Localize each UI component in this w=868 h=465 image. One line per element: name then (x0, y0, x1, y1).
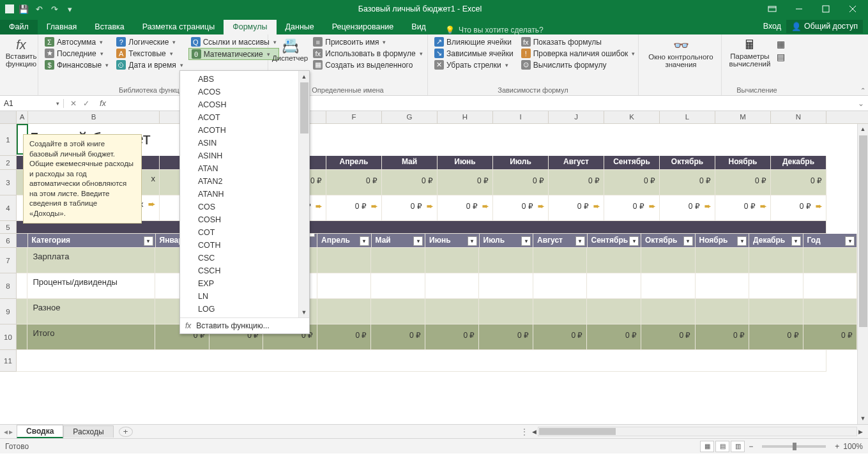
menu-item-cos[interactable]: COS (180, 201, 309, 213)
col-header[interactable]: J (549, 111, 604, 123)
undo-icon[interactable]: ↶ (33, 3, 45, 15)
menu-item-acosh[interactable]: ACOSH (180, 98, 309, 111)
zoom-slider[interactable] (762, 445, 826, 448)
col-header[interactable]: K (604, 111, 660, 123)
row-header[interactable]: 8 (0, 273, 17, 299)
menu-item-cosh[interactable]: COSH (180, 213, 309, 226)
col-header[interactable]: N (771, 111, 826, 123)
menu-item-acot[interactable]: ACOT (180, 111, 309, 124)
filter-button[interactable]: ▾ (845, 236, 855, 246)
menu-item-exp[interactable]: EXP (180, 277, 309, 290)
calc-now-icon[interactable]: ▦ (777, 39, 785, 49)
filter-button[interactable]: ▾ (737, 236, 747, 246)
share-button[interactable]: 👤 Общий доступ (786, 20, 863, 33)
menu-item-cot[interactable]: COT (180, 226, 309, 239)
filter-button[interactable]: ▾ (521, 236, 531, 246)
show-formulas-button[interactable]: fxПоказать формулы (519, 36, 638, 47)
menu-item-coth[interactable]: COTH (180, 239, 309, 252)
filter-button[interactable]: ▾ (413, 236, 423, 246)
menu-item-asinh[interactable]: ASINH (180, 149, 309, 162)
maximize-button[interactable] (813, 1, 839, 17)
lookup-button[interactable]: QСсылки и массивы▾ (188, 36, 279, 47)
scroll-thumb[interactable] (300, 82, 308, 133)
financial-button[interactable]: $Финансовые▾ (42, 59, 111, 70)
col-header[interactable]: M (715, 111, 771, 123)
zoom-level[interactable]: 100% (843, 442, 863, 451)
sheet-tab-expenses[interactable]: Расходы (63, 425, 113, 438)
tab-page-layout[interactable]: Разметка страницы (133, 20, 224, 34)
view-normal-icon[interactable]: ▦ (700, 441, 714, 452)
col-header[interactable]: A (17, 111, 28, 123)
filter-button[interactable]: ▾ (468, 236, 477, 246)
autosum-button[interactable]: ΣАвтосумма▾ (42, 36, 111, 47)
menu-item-acoth[interactable]: ACOTH (180, 124, 309, 137)
col-header[interactable]: B (28, 111, 160, 123)
row-header[interactable]: 9 (0, 299, 17, 324)
minimize-button[interactable] (786, 1, 812, 17)
zoom-handle[interactable] (793, 443, 796, 450)
menu-item-atan2[interactable]: ATAN2 (180, 175, 309, 188)
select-all-button[interactable] (0, 111, 17, 123)
new-sheet-button[interactable]: + (119, 427, 133, 437)
horizontal-scrollbar[interactable] (538, 427, 857, 436)
scroll-down-icon[interactable]: ▼ (299, 307, 309, 317)
trace-precedents-button[interactable]: ↗Влияющие ячейки (432, 36, 516, 47)
tab-insert[interactable]: Вставка (86, 20, 133, 34)
tab-file[interactable]: Файл (0, 20, 38, 34)
insert-function-menu-item[interactable]: fx Вставить функцию... (180, 317, 309, 333)
col-header[interactable]: I (493, 111, 549, 123)
category-cell[interactable]: Зарплата (27, 248, 155, 273)
insert-function-button[interactable]: fx Вставить функцию (4, 36, 38, 68)
vertical-scroll-thumb[interactable] (859, 135, 867, 327)
sheet-content[interactable]: Личный бюджетЯнвАпрельМайИюньИюльАвгустС… (17, 124, 857, 372)
menu-item-log[interactable]: LOG (180, 303, 309, 316)
menu-scrollbar[interactable]: ▲ ▼ (298, 71, 309, 317)
text-button[interactable]: AТекстовые▾ (114, 48, 185, 59)
evaluate-formula-button[interactable]: ⊙Вычислить формулу (519, 59, 638, 70)
menu-item-abs[interactable]: ABS (180, 73, 309, 86)
filter-button[interactable]: ▾ (629, 236, 639, 246)
category-cell[interactable]: Разное (27, 299, 155, 324)
tab-data[interactable]: Данные (277, 20, 323, 34)
fx-icon[interactable]: fx (100, 98, 106, 108)
use-in-formula-button[interactable]: fxИспользовать в формуле▾ (310, 48, 425, 59)
menu-item-csch[interactable]: CSCH (180, 264, 309, 277)
menu-item-atanh[interactable]: ATANH (180, 188, 309, 201)
tab-view[interactable]: Вид (402, 20, 435, 34)
menu-item-asin[interactable]: ASIN (180, 137, 309, 149)
menu-item-atan[interactable]: ATAN (180, 162, 309, 175)
watch-window-button[interactable]: 👓 Окно контрольного значения (643, 36, 719, 68)
horizontal-scroll-thumb[interactable] (539, 428, 616, 435)
expand-formula-bar-icon[interactable]: ⌄ (854, 99, 868, 108)
customize-qat-icon[interactable]: ▾ (64, 3, 75, 15)
scroll-up-icon[interactable]: ▲ (299, 71, 309, 82)
calc-sheet-icon[interactable]: ▤ (777, 52, 785, 62)
scroll-up-icon[interactable]: ▲ (858, 124, 868, 135)
menu-item-csc[interactable]: CSC (180, 252, 309, 264)
view-page-break-icon[interactable]: ▥ (731, 441, 745, 452)
trace-dependents-button[interactable]: ↘Зависимые ячейки (432, 48, 516, 59)
close-button[interactable] (840, 1, 865, 17)
signin-link[interactable]: Вход (763, 22, 781, 31)
tell-me-search[interactable]: 💡 Что вы хотите сделать? (445, 26, 544, 34)
row-header[interactable]: 5 (0, 221, 17, 234)
row-header[interactable]: 3 (0, 170, 17, 195)
view-page-layout-icon[interactable]: ▤ (715, 441, 729, 452)
col-header[interactable]: F (326, 111, 382, 123)
category-cell[interactable]: Проценты/дивиденды (27, 273, 155, 299)
menu-item-ln[interactable]: LN (180, 290, 309, 303)
ribbon-options-icon[interactable] (759, 1, 785, 17)
tab-review[interactable]: Рецензирование (323, 20, 403, 34)
math-trig-button[interactable]: θМатематические▾ (188, 48, 279, 60)
row-header[interactable]: 10 (0, 324, 17, 350)
redo-icon[interactable]: ↷ (49, 3, 60, 15)
scroll-down-icon[interactable]: ▼ (858, 413, 868, 424)
name-box-dropdown-icon[interactable]: ▾ (56, 100, 59, 107)
sheet-nav[interactable]: ◂▸ (0, 427, 17, 436)
row-header[interactable]: 7 (0, 248, 17, 273)
menu-item-acos[interactable]: ACOS (180, 86, 309, 98)
hscroll-right-icon[interactable]: ▶ (858, 429, 863, 435)
row-header[interactable]: 2 (0, 156, 17, 170)
tab-split-handle[interactable]: ⋮ (521, 427, 528, 436)
filter-button[interactable]: ▾ (791, 236, 801, 246)
